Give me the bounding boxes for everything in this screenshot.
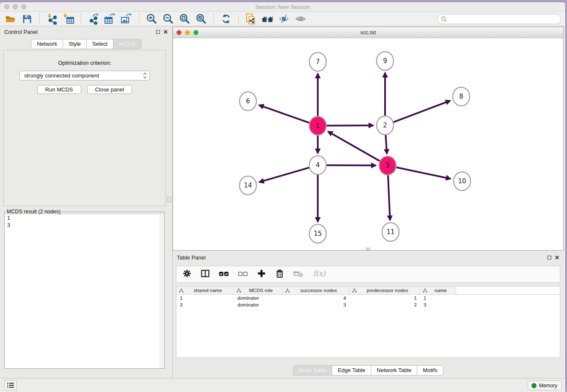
graph-node-10[interactable]: 10	[454, 172, 471, 190]
table-cell[interactable]: 4	[283, 295, 350, 301]
zoom-selected-icon	[195, 13, 207, 25]
import-table-button[interactable]	[62, 13, 75, 25]
import-network-button[interactable]	[46, 13, 58, 25]
open-session-button[interactable]	[4, 13, 17, 25]
export-network-button[interactable]	[87, 13, 100, 25]
float-table-panel-icon[interactable]	[548, 256, 551, 259]
graph-node-9[interactable]: 9	[377, 52, 394, 70]
table-tab-network-table[interactable]: Network Table	[371, 365, 417, 375]
graph-node-11[interactable]: 11	[382, 223, 399, 241]
graph-node-4[interactable]: 4	[309, 156, 326, 174]
apply-function-button[interactable]: f(x)	[312, 268, 327, 280]
export-image-button[interactable]	[120, 13, 133, 25]
float-panel-icon[interactable]	[156, 30, 160, 34]
save-session-button[interactable]	[21, 13, 33, 25]
delete-row-button[interactable]	[275, 269, 284, 280]
refresh-view-button[interactable]	[220, 13, 232, 25]
table-tab-node-table[interactable]: Node Table	[293, 365, 333, 375]
graph-node-8[interactable]: 8	[453, 87, 470, 106]
graph-edge-3-10[interactable]	[396, 167, 451, 179]
table-tab-motifs[interactable]: Motifs	[417, 365, 443, 375]
graph-edge-4-3[interactable]	[327, 165, 376, 166]
graph-node-14[interactable]: 14	[239, 176, 256, 195]
zoom-out-button[interactable]	[162, 13, 174, 25]
home-button[interactable]	[261, 13, 274, 25]
table-settings-button[interactable]	[182, 269, 192, 280]
svg-text:15: 15	[314, 230, 322, 237]
close-panel-icon[interactable]: ✕	[163, 29, 168, 35]
column-header-predecessor-nodes[interactable]: predecessor nodes	[350, 287, 420, 294]
run-mcds-button[interactable]: Run MCDS	[37, 85, 81, 94]
zoom-in-icon	[146, 13, 157, 25]
mcds-panel: Optimization criterion: strongly connect…	[3, 50, 166, 206]
table-cell[interactable]: 1	[350, 295, 420, 301]
graph-node-3[interactable]: 3	[379, 156, 396, 175]
search-input[interactable]	[449, 15, 557, 22]
show-all-button[interactable]	[294, 13, 307, 25]
table-cell[interactable]: 1	[420, 295, 456, 301]
graph-edge-1-6[interactable]	[259, 105, 309, 123]
export-table-button[interactable]	[104, 13, 116, 25]
column-header-shared-name[interactable]: shared name	[176, 287, 234, 294]
table-cell[interactable]: 2	[350, 302, 420, 307]
table-row[interactable]: 3dominator323	[176, 301, 560, 308]
node-table: shared nameMCDS rolesuccessor nodesprede…	[176, 286, 560, 358]
table-tab-edge-table[interactable]: Edge Table	[332, 365, 371, 375]
zoom-fit-button[interactable]	[178, 13, 191, 25]
delete-table-button[interactable]	[293, 269, 303, 280]
horizontal-divider-grip[interactable]	[366, 248, 370, 250]
graph-edge-1-2[interactable]	[327, 125, 373, 126]
table-cell[interactable]: 1	[176, 295, 234, 301]
graph-node-15[interactable]: 15	[309, 224, 326, 243]
graph-edge-4-14[interactable]	[259, 168, 309, 182]
split-panel-button[interactable]	[201, 269, 210, 280]
table-cell[interactable]: dominator	[234, 302, 283, 307]
import-network-icon	[47, 13, 58, 25]
graph-edge-2-8[interactable]	[394, 101, 450, 122]
table-row[interactable]: 1dominator411	[176, 295, 560, 301]
tab-network[interactable]: Network	[31, 39, 63, 49]
zoom-in-button[interactable]	[145, 13, 158, 25]
clone-network-button[interactable]	[245, 13, 257, 25]
select-all-button[interactable]	[219, 269, 229, 280]
graph-edge-3-1[interactable]	[328, 132, 380, 161]
column-header-name[interactable]: name	[420, 287, 456, 294]
tab-style[interactable]: Style	[63, 39, 87, 49]
column-header-mcds-role[interactable]: MCDS role	[234, 287, 283, 294]
network-canvas[interactable]: 7968124314101511	[173, 38, 563, 250]
zoom-selected-button[interactable]	[195, 13, 207, 25]
table-cell[interactable]: 3	[420, 302, 456, 307]
minimize-window-button[interactable]	[13, 4, 18, 9]
result-scrollbar[interactable]	[160, 215, 164, 368]
table-cell[interactable]: 3	[176, 302, 234, 307]
close-network-button[interactable]: ✕	[176, 30, 182, 35]
tab-select[interactable]: Select	[86, 39, 113, 49]
maximize-window-button[interactable]	[21, 4, 26, 9]
criterion-select[interactable]: strongly connected component	[19, 71, 150, 80]
network-window-titlebar[interactable]: ✕ − + scc.txt	[173, 27, 563, 38]
deselect-all-button[interactable]	[238, 269, 248, 280]
memory-button[interactable]: Memory	[528, 381, 562, 390]
task-history-button[interactable]	[4, 380, 17, 390]
hide-selected-button[interactable]	[278, 13, 290, 25]
close-window-button[interactable]	[4, 4, 9, 9]
trash-icon	[275, 269, 284, 278]
column-header-successor-nodes[interactable]: successor nodes	[283, 287, 350, 294]
list-icon	[7, 382, 14, 389]
search-field[interactable]	[437, 14, 561, 24]
graph-edge-2-3[interactable]	[385, 134, 387, 154]
table-cell[interactable]: 3	[283, 302, 350, 307]
minimize-network-button[interactable]: −	[185, 30, 190, 35]
close-table-panel-icon[interactable]: ✕	[555, 255, 559, 260]
close-panel-button[interactable]: Close panel	[87, 85, 132, 94]
maximize-network-button[interactable]: +	[193, 30, 198, 35]
graph-edge-3-11[interactable]	[388, 174, 390, 220]
table-cell[interactable]: dominator	[234, 295, 283, 301]
graph-node-7[interactable]: 7	[309, 52, 326, 71]
panel-divider-grip[interactable]	[167, 197, 171, 202]
add-row-button[interactable]	[257, 269, 266, 280]
graph-node-6[interactable]: 6	[239, 92, 256, 110]
tab-mcds[interactable]: MCDS	[113, 39, 141, 49]
graph-node-2[interactable]: 2	[377, 116, 394, 135]
graph-node-1[interactable]: 1	[309, 116, 326, 135]
